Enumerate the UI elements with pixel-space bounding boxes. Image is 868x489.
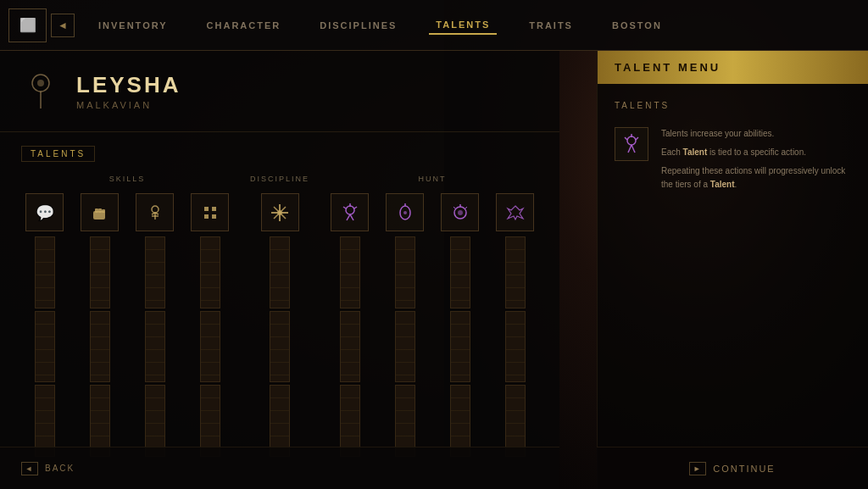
- back-button-icon: ◄: [21, 462, 38, 475]
- talent-desc-1: Talents increase your abilities.: [661, 127, 851, 141]
- discipline-icon-wrapper[interactable]: [261, 193, 299, 231]
- bar-segment: [200, 311, 220, 383]
- bar-segment: [35, 236, 55, 308]
- bar-segment: [200, 236, 220, 308]
- bottom-bar: ◄ BACK: [0, 447, 559, 489]
- skills-group: SKILLS 💬: [21, 175, 233, 467]
- nav-logo-icon: ⬜: [19, 17, 36, 33]
- talent-desc-2: Each Talent is tied to a specific action…: [661, 146, 851, 159]
- craft-icon: [200, 203, 220, 223]
- skills-columns: 💬: [21, 193, 233, 457]
- bar-segment: [395, 311, 415, 383]
- svg-rect-4: [95, 208, 98, 213]
- nav-items: INVENTORY CHARACTER DISCIPLINES TALENTS …: [92, 16, 669, 35]
- svg-line-37: [625, 137, 627, 140]
- stealth-bar: [145, 236, 165, 457]
- nav-back-icon: ◄: [58, 19, 68, 31]
- craft-icon-wrapper[interactable]: [191, 193, 229, 231]
- continue-button-label: CONTINUE: [713, 464, 775, 474]
- talents-grid: SKILLS 💬: [21, 175, 538, 467]
- svg-line-23: [343, 207, 346, 208]
- hunt-bar-1: [340, 236, 360, 457]
- continue-button[interactable]: ► CONTINUE: [689, 462, 775, 475]
- hunt-col-2: [381, 193, 428, 457]
- back-button[interactable]: ◄ BACK: [21, 462, 75, 475]
- svg-point-21: [346, 206, 354, 214]
- dialogue-icon: 💬: [36, 203, 54, 222]
- character-name: LEYSHA: [76, 72, 181, 98]
- discipline-group: DISCIPLINE: [250, 175, 309, 467]
- hunt-col-1: [326, 193, 373, 457]
- character-class: MALKAVIAN: [76, 100, 181, 110]
- combat-bar: [90, 236, 110, 457]
- svg-point-35: [627, 136, 636, 145]
- hunt-columns: [326, 193, 538, 457]
- svg-line-33: [453, 207, 455, 208]
- talent-info-text: Talents increase your abilities. Each Ta…: [661, 127, 851, 197]
- hunt-bar-4: [505, 236, 526, 457]
- skills-label: SKILLS: [109, 175, 146, 183]
- talent-preview-icon: [620, 132, 643, 156]
- dialogue-bar: [35, 236, 55, 457]
- nav-item-traits[interactable]: TRAITS: [522, 17, 580, 34]
- hunt-col-4: [492, 193, 538, 457]
- bar-segment: [450, 311, 470, 383]
- nav-item-talents[interactable]: TALENTS: [429, 16, 497, 35]
- skill-col-combat: [76, 193, 123, 457]
- hunt-bar-3: [450, 236, 470, 457]
- svg-point-2: [37, 80, 44, 86]
- nav-item-disciplines[interactable]: DISCIPLINES: [313, 17, 403, 34]
- hunt-bar-2: [395, 236, 415, 457]
- hunt-icon-2: [394, 202, 416, 224]
- hunt-label: HUNT: [419, 175, 447, 183]
- svg-rect-14: [204, 214, 209, 219]
- continue-button-area[interactable]: ► CONTINUE: [597, 447, 868, 489]
- stealth-icon-wrapper[interactable]: [136, 193, 174, 231]
- svg-rect-13: [212, 207, 216, 211]
- talent-info-icon: [615, 127, 648, 161]
- bar-segment: [90, 236, 110, 308]
- svg-rect-5: [98, 208, 102, 213]
- discipline-bar: [270, 236, 290, 457]
- dialogue-icon-wrapper[interactable]: 💬: [25, 193, 64, 231]
- svg-line-26: [350, 214, 353, 220]
- nav-item-inventory[interactable]: INVENTORY: [92, 17, 175, 34]
- bar-segment: [270, 311, 290, 383]
- section-label: TALENTS: [21, 146, 95, 162]
- talents-section: TALENTS SKILLS 💬: [0, 132, 559, 480]
- character-icon: [21, 68, 59, 114]
- nav-logo: ⬜: [8, 8, 47, 42]
- bar-segment: [395, 236, 415, 308]
- hunt-icon-3-wrapper[interactable]: [441, 193, 479, 231]
- nav-back-button[interactable]: ◄: [51, 14, 75, 37]
- hunt-icon-1-wrapper[interactable]: [331, 193, 369, 231]
- char-header: LEYSHA MALKAVIAN: [0, 51, 559, 132]
- svg-line-40: [632, 145, 635, 153]
- svg-rect-6: [102, 209, 105, 213]
- talent-menu-content: TALENTS Talents increase your abilities.…: [598, 84, 868, 226]
- discipline-col: [257, 193, 303, 457]
- hunt-icon-2-wrapper[interactable]: [386, 193, 424, 231]
- hunt-icon-4-wrapper[interactable]: [496, 193, 534, 231]
- nav-item-boston[interactable]: BOSTON: [605, 17, 669, 34]
- svg-rect-12: [204, 207, 209, 211]
- talent-menu-header: TALENT MENU: [598, 51, 868, 84]
- svg-point-20: [277, 210, 282, 215]
- svg-point-31: [458, 210, 463, 215]
- svg-line-24: [354, 207, 357, 208]
- bar-segment: [270, 236, 290, 308]
- combat-icon-wrapper[interactable]: [81, 193, 119, 231]
- hunt-col-3: [437, 193, 483, 457]
- svg-rect-15: [212, 214, 216, 219]
- stealth-icon: [145, 203, 165, 223]
- hunt-group: HUNT: [326, 175, 538, 467]
- right-panel: TALENT MENU TALENTS Talents increase you…: [597, 51, 868, 489]
- left-panel: LEYSHA MALKAVIAN TALENTS SKILLS 💬: [0, 51, 559, 489]
- svg-line-38: [636, 137, 638, 140]
- talent-desc-3: Repeating these actions will progressive…: [661, 164, 851, 192]
- bar-segment: [35, 311, 55, 383]
- back-button-label: BACK: [45, 464, 75, 473]
- nav-item-character[interactable]: CHARACTER: [200, 17, 288, 34]
- discipline-columns: [257, 193, 303, 457]
- skill-col-dialogue: 💬: [21, 193, 68, 457]
